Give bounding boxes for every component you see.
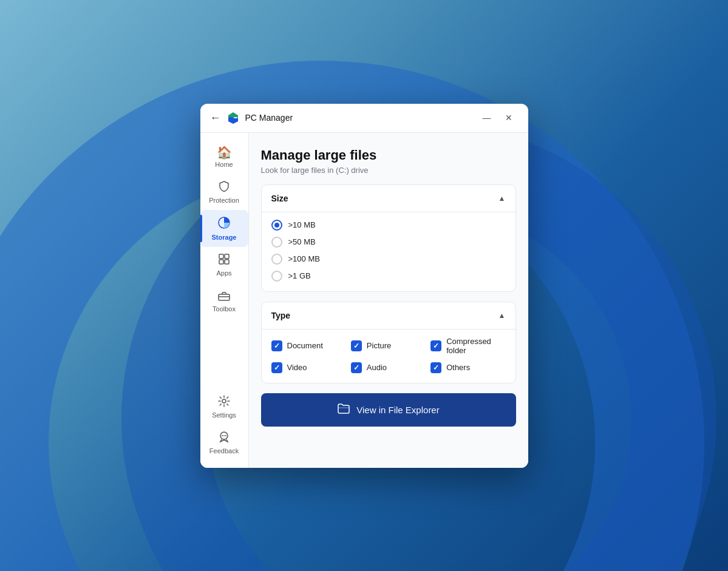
type-option-others[interactable]: Others [430,362,505,373]
sidebar-item-protection[interactable]: Protection [200,174,248,210]
settings-icon [218,395,230,409]
toolbox-icon [218,289,230,303]
sidebar-home-label: Home [215,161,233,168]
type-filter-card: Type ▲ Document Picture [261,302,516,383]
svg-rect-1 [219,254,223,258]
size-filter-label: Size [271,194,288,203]
type-checkbox-grid: Document Picture Compressed folder [271,337,506,373]
size-label-100mb: >100 MB [288,254,320,263]
sidebar-feedback-label: Feedback [209,447,239,454]
storage-icon [217,216,231,231]
svg-point-10 [223,435,225,436]
radio-10mb [271,220,282,231]
size-label-1gb: >1 GB [288,271,311,280]
svg-rect-2 [225,254,229,258]
view-in-explorer-button[interactable]: View in File Explorer [261,393,516,427]
size-radio-group: >10 MB >50 MB >100 MB >1 GB [271,220,506,282]
radio-50mb [271,237,282,248]
svg-point-9 [222,435,223,436]
type-chevron-icon: ▲ [498,311,506,320]
type-label-others: Others [446,363,470,372]
checkbox-video [271,362,282,373]
svg-rect-5 [219,294,230,300]
sidebar-item-toolbox[interactable]: Toolbox [200,283,248,319]
apps-icon [218,253,230,267]
svg-rect-4 [225,260,229,264]
svg-rect-3 [219,260,223,264]
size-option-100mb[interactable]: >100 MB [271,254,506,265]
page-title: Manage large files [261,147,516,163]
sidebar-item-apps[interactable]: Apps [200,247,248,283]
home-icon: 🏠 [217,146,232,158]
active-indicator [200,215,202,242]
type-option-video[interactable]: Video [271,362,346,373]
type-filter-header[interactable]: Type ▲ [262,302,515,329]
svg-point-11 [225,435,226,436]
view-btn-label: View in File Explorer [356,405,439,415]
app-logo [226,110,240,125]
svg-point-7 [222,399,226,403]
folder-open-icon [337,402,350,418]
type-filter-body: Document Picture Compressed folder [262,329,515,383]
sidebar-item-home[interactable]: 🏠 Home [200,140,248,174]
page-header: Manage large files Look for large files … [261,147,516,175]
main-content: Manage large files Look for large files … [249,133,528,468]
checkbox-document [271,340,282,351]
type-label-document: Document [287,341,323,350]
back-button[interactable]: ← [210,112,221,124]
size-label-10mb: >10 MB [288,220,316,229]
checkbox-audio [351,362,362,373]
feedback-icon [218,431,230,445]
sidebar-storage-label: Storage [212,234,237,241]
sidebar-settings-label: Settings [212,411,236,419]
type-label-video: Video [287,363,307,372]
size-label-50mb: >50 MB [288,237,316,246]
type-label-compressed: Compressed folder [446,337,505,355]
sidebar-item-feedback[interactable]: Feedback [200,425,248,461]
type-filter-label: Type [271,311,291,320]
sidebar-item-storage[interactable]: Storage [200,210,248,247]
size-option-50mb[interactable]: >50 MB [271,237,506,248]
size-option-10mb[interactable]: >10 MB [271,220,506,231]
minimize-button[interactable]: — [477,108,497,127]
window-controls: — ✕ [477,108,519,127]
app-window: ← PC Manager — ✕ 🏠 Home [200,104,528,468]
size-chevron-icon: ▲ [498,194,506,203]
sidebar-protection-label: Protection [209,197,239,204]
size-filter-body: >10 MB >50 MB >100 MB >1 GB [262,212,515,291]
checkbox-compressed [430,340,441,351]
sidebar-apps-label: Apps [216,269,231,277]
size-filter-card: Size ▲ >10 MB >50 MB [261,184,516,292]
page-subtitle: Look for large files in (C:) drive [261,166,516,175]
type-label-audio: Audio [367,363,387,372]
app-title: PC Manager [245,113,477,123]
type-option-audio[interactable]: Audio [351,362,426,373]
checkbox-picture [351,340,362,351]
radio-100mb [271,254,282,265]
type-option-document[interactable]: Document [271,337,346,355]
titlebar: ← PC Manager — ✕ [200,104,528,133]
checkbox-others [430,362,441,373]
size-option-1gb[interactable]: >1 GB [271,271,506,282]
sidebar-toolbox-label: Toolbox [213,305,236,313]
type-option-picture[interactable]: Picture [351,337,426,355]
sidebar: 🏠 Home Protection [200,133,249,468]
sidebar-item-settings[interactable]: Settings [200,389,248,425]
type-label-picture: Picture [367,341,391,350]
window-body: 🏠 Home Protection [200,133,528,468]
size-filter-header[interactable]: Size ▲ [262,185,515,212]
protection-icon [218,180,230,194]
radio-1gb [271,271,282,282]
type-option-compressed[interactable]: Compressed folder [430,337,505,355]
close-button[interactable]: ✕ [499,108,519,127]
